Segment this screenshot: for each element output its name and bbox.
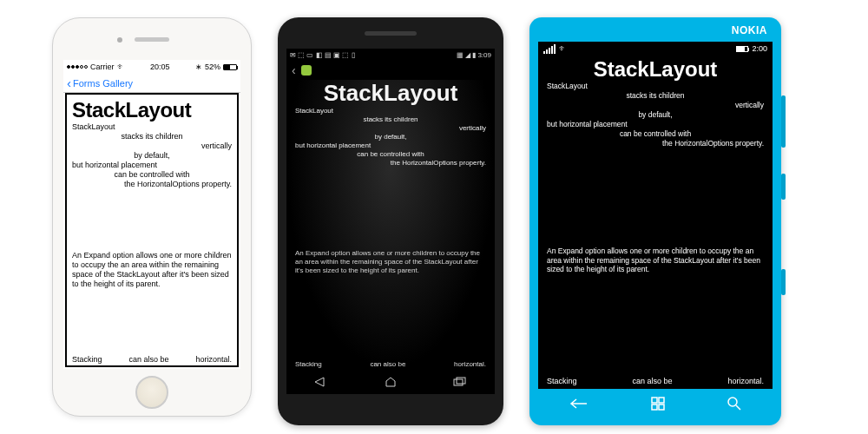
android-screen: ✉ ⬚ ▭ ◧ ▤ ▣ ⬚ ▯ ▦ ◢ ▮ 3:09 ‹ StackLayout… (286, 49, 495, 394)
demo-line: but horizontal placement (295, 141, 486, 149)
hstack-item: Stacking (72, 355, 102, 364)
android-content-area: StackLayout StackLayout stacks its child… (286, 80, 495, 370)
svg-rect-1 (457, 378, 465, 384)
demo-line: can be controlled with (295, 150, 486, 158)
nokia-brand-label: NOKIA (732, 24, 767, 36)
wp-screen: ᯤ 2:00 StackLayout StackLayout stacks it… (538, 42, 773, 389)
demo-line: StackLayout (295, 107, 486, 115)
demo-line: the HorizontalOptions property. (72, 180, 232, 188)
recent-apps-button[interactable] (452, 374, 468, 390)
page-title: StackLayout (547, 57, 764, 82)
demo-line: the HorizontalOptions property. (547, 139, 764, 148)
app-icon[interactable] (301, 65, 312, 76)
signal-strength-icon (543, 44, 556, 54)
expand-paragraph: An Expand option allows one or more chil… (72, 251, 232, 290)
power-button[interactable] (781, 174, 786, 200)
demo-line: by default, (72, 151, 232, 160)
iphone-camera (117, 37, 122, 43)
iphone-speaker (135, 37, 169, 42)
svg-rect-5 (659, 404, 664, 410)
camera-button[interactable] (781, 269, 786, 295)
wifi-icon: ᯤ (117, 62, 125, 71)
demo-line: the HorizontalOptions property. (295, 159, 486, 167)
demo-line: vertically (295, 124, 486, 132)
notification-icons: ✉ ⬚ ▭ ◧ ▤ ▣ ⬚ ▯ (290, 51, 355, 59)
demo-line: vertically (72, 141, 232, 150)
demo-line: StackLayout (72, 122, 232, 131)
status-icons: ▦ ◢ ▮ (457, 51, 476, 59)
home-button[interactable] (383, 374, 398, 390)
volume-buttons[interactable] (781, 95, 786, 148)
demo-line: can be controlled with (72, 170, 232, 179)
demo-line: but horizontal placement (547, 120, 764, 128)
iphone-screen: Carrier ᯤ 20:05 ∗ 52% ‹ Forms Gallery St… (63, 60, 240, 369)
hstack-item: horizontal. (454, 360, 486, 368)
demo-line: stacks its children (295, 115, 486, 123)
hstack-item: horizontal. (195, 355, 232, 364)
clock: 3:09 (477, 51, 491, 59)
demo-line: stacks its children (547, 91, 764, 100)
svg-rect-0 (454, 379, 463, 385)
windows-phone-device-frame: NOKIA ᯤ 2:00 StackLayout StackLayout sta… (529, 17, 781, 425)
battery-pct: 52% (205, 62, 220, 71)
demo-line: vertically (547, 101, 764, 109)
demo-lines: StackLayout stacks its children vertical… (547, 82, 764, 148)
demo-line: by default, (295, 133, 486, 141)
hstack-item: Stacking (295, 360, 322, 368)
hstack-item: horizontal. (727, 377, 764, 385)
android-action-bar: ‹ (286, 61, 495, 80)
battery-icon (223, 64, 237, 70)
hstack-item: can also be (128, 355, 168, 364)
search-button[interactable] (727, 397, 741, 414)
android-speaker (365, 31, 417, 36)
wp-softkeys (538, 392, 773, 418)
demo-line: can be controlled with (547, 129, 764, 138)
carrier-label: Carrier (90, 62, 115, 71)
expand-paragraph: An Expand option allows one or more chil… (295, 249, 486, 275)
demo-line: StackLayout (547, 82, 764, 90)
bluetooth-icon: ∗ (195, 62, 202, 71)
hstack-item: can also be (632, 377, 672, 385)
hstack-item: Stacking (547, 377, 577, 385)
expand-paragraph: An Expand option allows one or more chil… (547, 247, 764, 274)
wp-content-area: StackLayout StackLayout stacks its child… (538, 56, 773, 389)
horizontal-stack-row: Stacking can also be horizontal. (295, 357, 486, 368)
wifi-icon: ᯤ (559, 44, 567, 53)
demo-line: stacks its children (72, 132, 232, 141)
page-title: StackLayout (295, 80, 486, 107)
iphone-home-button[interactable] (135, 376, 168, 409)
signal-strength-icon (67, 65, 88, 69)
horizontal-stack-row: Stacking can also be horizontal. (547, 373, 764, 385)
demo-line: but horizontal placement (72, 161, 232, 169)
clock: 2:00 (752, 44, 767, 53)
ios-content-area: StackLayout StackLayout stacks its child… (65, 93, 239, 367)
android-status-bar: ✉ ⬚ ▭ ◧ ▤ ▣ ⬚ ▯ ▦ ◢ ▮ 3:09 (286, 49, 495, 61)
back-button[interactable] (313, 374, 329, 390)
iphone-device-frame: Carrier ᯤ 20:05 ∗ 52% ‹ Forms Gallery St… (52, 17, 252, 417)
back-chevron-icon[interactable]: ‹ (67, 76, 71, 89)
horizontal-stack-row: Stacking can also be horizontal. (72, 352, 232, 364)
battery-icon (736, 46, 748, 52)
start-button[interactable] (651, 397, 665, 414)
svg-rect-4 (652, 404, 657, 410)
demo-line: by default, (547, 110, 764, 119)
hstack-item: can also be (370, 360, 405, 368)
svg-rect-3 (659, 398, 664, 403)
android-softkeys (286, 370, 495, 394)
back-button[interactable] (569, 398, 589, 413)
page-title: StackLayout (72, 98, 232, 122)
demo-lines: StackLayout stacks its children vertical… (72, 122, 232, 188)
ios-nav-bar: ‹ Forms Gallery (63, 74, 240, 93)
wp-status-bar: ᯤ 2:00 (538, 42, 773, 56)
demo-lines: StackLayout stacks its children vertical… (295, 107, 486, 167)
clock: 20:05 (150, 62, 170, 71)
back-button-label[interactable]: Forms Gallery (73, 78, 133, 89)
svg-point-6 (728, 398, 737, 406)
back-chevron-icon[interactable]: ‹ (292, 63, 296, 77)
svg-rect-2 (652, 398, 657, 403)
ios-status-bar: Carrier ᯤ 20:05 ∗ 52% (63, 60, 240, 74)
android-device-frame: ✉ ⬚ ▭ ◧ ▤ ▣ ⬚ ▯ ▦ ◢ ▮ 3:09 ‹ StackLayout… (278, 17, 503, 425)
